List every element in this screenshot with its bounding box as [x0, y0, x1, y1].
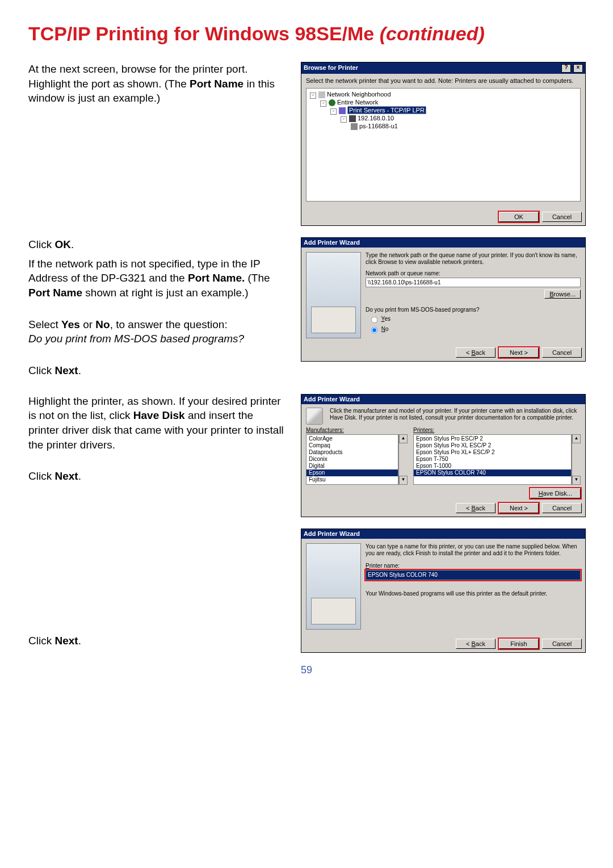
finish-button[interactable]: Finish [499, 639, 539, 649]
wizard-instructions: Click the manufacturer and model of your… [330, 408, 581, 425]
server-icon [339, 107, 346, 114]
list-item[interactable]: Dataproducts [306, 449, 398, 456]
next-button[interactable]: Next > [499, 503, 539, 513]
dialog-instructions: Select the network printer that you want… [306, 77, 581, 85]
network-path-input[interactable] [366, 278, 581, 287]
page-heading: TCP/IP Printing for Windows 98SE/Me (con… [28, 23, 585, 45]
list-item[interactable]: Epson [306, 469, 398, 476]
printer-icon [306, 408, 323, 425]
cancel-button[interactable]: Cancel [542, 347, 582, 358]
list-item[interactable]: Diconix [306, 456, 398, 463]
titlebar[interactable]: Browse for Printer ? × [301, 62, 585, 74]
list-item[interactable]: Epson T-750 [414, 456, 571, 463]
instruction-block-1: At the next screen, browse for the print… [28, 62, 284, 226]
instruction-block-3: Highlight the printer, as shown. If your… [28, 394, 284, 517]
printer-name-label: Printer name: [366, 563, 581, 569]
titlebar[interactable]: Add Printer Wizard [301, 529, 585, 539]
tree-selected[interactable]: Print Servers - TCP/IP LPR [347, 106, 426, 114]
list-item[interactable]: Epson T-1000 [414, 463, 571, 469]
printer-name-input[interactable]: EPSON Stylus COLOR 740 [366, 570, 581, 580]
browse-for-printer-dialog: Browse for Printer ? × Select the networ… [301, 62, 586, 226]
scrollbar[interactable]: ▲▼ [398, 434, 408, 485]
add-printer-wizard-name: Add Printer Wizard You can type a name f… [301, 529, 586, 653]
default-printer-note: Your Windows-based programs will use thi… [366, 590, 581, 597]
computer-icon [349, 115, 356, 122]
next-button[interactable]: Next > [499, 347, 539, 358]
list-item[interactable]: EPSON Stylus COLOR 740 [414, 469, 571, 476]
dialog-title: Browse for Printer [304, 64, 358, 72]
scroll-down-icon[interactable]: ▼ [572, 476, 581, 485]
cancel-button[interactable]: Cancel [542, 639, 582, 649]
collapse-icon[interactable]: - [341, 116, 347, 123]
globe-icon [329, 99, 335, 106]
list-item[interactable]: Fujitsu [306, 476, 398, 483]
printer-icon [351, 123, 358, 130]
dialog-title: Add Printer Wizard [304, 396, 360, 403]
list-item[interactable]: Digital [306, 463, 398, 469]
scrollbar[interactable]: ▲▼ [572, 434, 581, 485]
heading-main: TCP/IP Printing for Windows 98SE/Me [28, 23, 374, 44]
radio-no[interactable]: No [368, 325, 581, 334]
cancel-button[interactable]: Cancel [542, 503, 582, 513]
path-label: Network path or queue name: [366, 270, 581, 277]
ok-button[interactable]: OK [499, 212, 539, 222]
browse-button[interactable]: Browse... [544, 290, 581, 299]
close-icon[interactable]: × [573, 64, 583, 73]
scroll-down-icon[interactable]: ▼ [399, 476, 408, 485]
printer-tree[interactable]: -Network Neighborhood -Entire Network -P… [306, 88, 581, 202]
printers-label: Printers: [413, 427, 581, 434]
list-item[interactable]: Epson Stylus Pro XL+ ESC/P 2 [414, 449, 571, 456]
back-button[interactable]: < Back [456, 639, 496, 649]
printers-list[interactable]: Epson Stylus Pro ESC/P 2Epson Stylus Pro… [413, 434, 572, 485]
titlebar[interactable]: Add Printer Wizard [301, 395, 585, 404]
radio-yes[interactable]: Yes [368, 315, 581, 324]
collapse-icon[interactable]: - [330, 108, 337, 115]
dialog-title: Add Printer Wizard [304, 239, 360, 246]
dialog-title: Add Printer Wizard [304, 530, 360, 538]
instruction-block-4: Click Next. [28, 529, 284, 653]
add-printer-wizard-model: Add Printer Wizard Click the manufacture… [301, 394, 586, 517]
wizard-illustration [306, 252, 361, 338]
add-printer-wizard-path: Add Printer Wizard Type the network path… [301, 237, 586, 362]
wizard-illustration [306, 543, 361, 630]
titlebar[interactable]: Add Printer Wizard [301, 238, 585, 248]
cancel-button[interactable]: Cancel [542, 212, 582, 222]
collapse-icon[interactable]: - [320, 100, 326, 107]
heading-cont: (continued) [380, 23, 485, 44]
instruction-block-2: Click OK. If the network path is not spe… [28, 237, 284, 382]
list-item[interactable]: Compaq [306, 442, 398, 449]
back-button[interactable]: < Back [456, 503, 496, 513]
help-icon[interactable]: ? [561, 64, 571, 73]
page-number: 59 [28, 664, 585, 676]
list-item[interactable]: ColorAge [306, 435, 398, 442]
wizard-instructions: Type the network path or the queue name … [366, 252, 581, 266]
manufacturers-list[interactable]: ColorAgeCompaqDataproductsDiconixDigital… [306, 434, 398, 485]
scroll-up-icon[interactable]: ▲ [399, 434, 408, 443]
manufacturers-label: Manufacturers: [306, 427, 408, 434]
collapse-icon[interactable]: - [310, 93, 316, 99]
msdos-question: Do you print from MS-DOS-based programs? [366, 307, 581, 313]
back-button[interactable]: < Back [456, 347, 496, 358]
wizard-instructions: You can type a name for this printer, or… [366, 543, 581, 557]
list-item[interactable]: Epson Stylus Pro XL ESC/P 2 [414, 442, 571, 449]
list-item[interactable]: Epson Stylus Pro ESC/P 2 [414, 435, 571, 442]
network-icon [318, 91, 325, 98]
scroll-up-icon[interactable]: ▲ [572, 434, 581, 443]
have-disk-button[interactable]: Have Disk... [530, 488, 581, 498]
